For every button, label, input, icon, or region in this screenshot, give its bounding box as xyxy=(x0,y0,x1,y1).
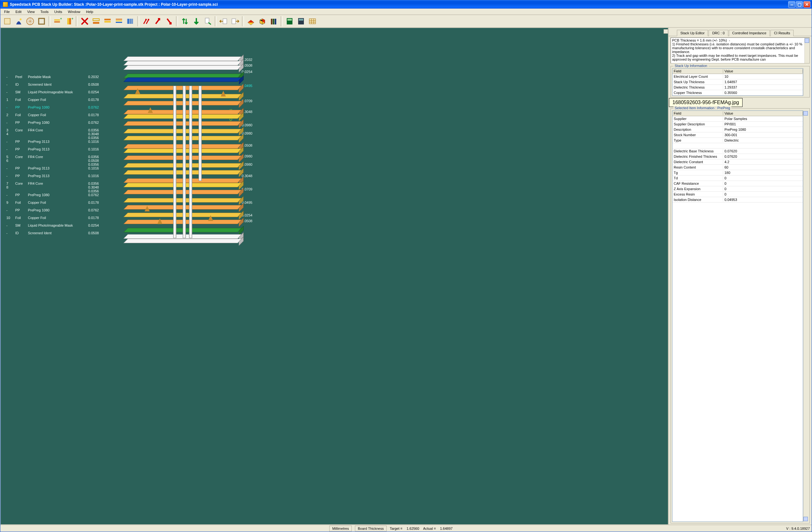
layer-row[interactable]: -IDScreened Ident0.0508 xyxy=(6,231,106,239)
arrow-green-down-icon[interactable] xyxy=(191,16,201,26)
layer-row[interactable]: 7 8CoreFR4 Core0.0356 0.3048 0.0356 xyxy=(6,182,106,193)
arrow-red-down-icon[interactable] xyxy=(164,16,174,26)
status-units[interactable]: Millimetres xyxy=(329,526,352,531)
books-icon[interactable] xyxy=(269,16,279,26)
notes-scrollbar[interactable] xyxy=(804,38,810,63)
menu-file[interactable]: File xyxy=(2,10,12,14)
stack-3d-view[interactable] xyxy=(126,56,258,282)
grid-row[interactable]: Supplier DescriptionPP/001 xyxy=(672,122,803,127)
stack-info-grid[interactable]: FieldValueElectrical Layer Count10Stack … xyxy=(672,68,803,96)
close-button[interactable]: ✕ xyxy=(803,1,810,8)
layer-thickness: 0.0356 0.3048 0.0356 xyxy=(88,128,106,140)
frame-icon[interactable] xyxy=(37,16,47,26)
scroll-down-arrow-icon[interactable] xyxy=(803,517,808,521)
row-top-icon[interactable] xyxy=(102,16,113,26)
grid-field: Stock Number xyxy=(672,133,723,137)
menu-tools[interactable]: Tools xyxy=(38,10,51,14)
layer-index: - xyxy=(6,121,15,124)
layer-row[interactable]: -PPPrePreg 10800.0762 xyxy=(6,121,106,128)
grid-row[interactable]: Dielectric Base Thickness0.07620 xyxy=(672,149,803,154)
stack-canvas[interactable]: -PeelPeelable Mask0.2032-IDScreened Iden… xyxy=(1,28,668,524)
menu-edit[interactable]: Edit xyxy=(13,10,24,14)
menu-units[interactable]: Units xyxy=(52,10,65,14)
tab-ci-results[interactable]: CI Results xyxy=(770,30,794,36)
file-new-icon[interactable] xyxy=(2,16,12,26)
doc-arrow-icon[interactable] xyxy=(203,16,213,26)
grid-row[interactable] xyxy=(672,143,803,149)
grid-row[interactable]: Electrical Layer Count10 xyxy=(672,74,803,79)
calc-dark-icon[interactable] xyxy=(296,16,306,26)
layer-row[interactable]: -IDScreened Ident0.0508 xyxy=(6,83,106,90)
arrows-green-updown-icon[interactable] xyxy=(180,16,190,26)
grid-row[interactable]: Isolation Distance0.04953 xyxy=(672,197,803,202)
grid-row[interactable]: Z Axis Expansion0 xyxy=(672,186,803,192)
grid-row[interactable]: Copper Thickness0.35560 xyxy=(672,90,803,96)
cube-color-icon[interactable] xyxy=(257,16,267,26)
notes-textbox[interactable]: PCB Thickness = 1.6 mm (+/- 10%) - 1) Fi… xyxy=(670,38,810,64)
layer-row[interactable]: 5 6CoreFR4 Core0.0356 0.0508 0.0356 xyxy=(6,155,106,166)
copy-right-icon[interactable] xyxy=(230,16,240,26)
grid-row[interactable]: Resin Content60 xyxy=(672,165,803,170)
layer-row[interactable]: -PPPrePreg 10800.0762 xyxy=(6,193,106,201)
calc-green-icon[interactable] xyxy=(285,16,295,26)
grid-row[interactable]: Stack Up Thickness1.64897 xyxy=(672,79,803,85)
layer-row[interactable]: -PPPrePreg 31130.1016 xyxy=(6,166,106,174)
layer-row[interactable]: -PPPrePreg 31130.1016 xyxy=(6,147,106,155)
grid-row[interactable]: Stock Number300-001 xyxy=(672,132,803,138)
maximize-button[interactable]: ▢ xyxy=(796,1,803,8)
grid-row[interactable]: Td0 xyxy=(672,176,803,181)
column-add-icon[interactable]: + xyxy=(64,16,74,26)
scroll-thumb-up-icon[interactable] xyxy=(805,38,809,43)
grid-value: 0 xyxy=(723,192,803,196)
copy-left-icon[interactable] xyxy=(219,16,229,26)
titlebar[interactable]: Speedstack PCB Stack Up Builder: Stack :… xyxy=(0,0,812,9)
menu-window[interactable]: Window xyxy=(66,10,83,14)
layer-row[interactable]: -SMLiquid PhotoImageable Mask0.0254 xyxy=(6,90,106,98)
selected-info-scrollbar[interactable] xyxy=(803,110,808,522)
tab-controlled-impedance[interactable]: Controlled Impedance xyxy=(729,30,770,36)
rows-stack-icon[interactable] xyxy=(114,16,124,26)
grid-row[interactable]: SupplierPolar Samples xyxy=(672,116,803,122)
tab-drc-0[interactable]: DRC : 0 xyxy=(709,30,728,36)
layer-row[interactable]: 9FoilCopper Foil0.0178 xyxy=(6,201,106,208)
layer-row[interactable]: 2FoilCopper Foil0.0178 xyxy=(6,113,106,121)
wizard-icon[interactable] xyxy=(14,16,24,26)
table-icon[interactable] xyxy=(307,16,318,26)
barcode-icon[interactable] xyxy=(125,16,135,26)
selected-info-grid[interactable]: FieldValueSupplierPolar SamplesSupplier … xyxy=(672,110,803,522)
layer-row[interactable]: -PPPrePreg 10800.0762 xyxy=(6,208,106,216)
scroll-up-arrow-icon[interactable] xyxy=(803,111,808,115)
grid-row[interactable]: Tg180 xyxy=(672,170,803,176)
layer-row[interactable]: 1FoilCopper Foil0.0178 xyxy=(6,98,106,106)
minimize-button[interactable]: ‒ xyxy=(788,1,795,8)
arrows-red-diag-icon[interactable] xyxy=(141,16,151,26)
layer-row[interactable]: -SMLiquid PhotoImageable Mask0.0254 xyxy=(6,223,106,231)
layer-row[interactable]: 10FoilCopper Foil0.0178 xyxy=(6,216,106,223)
arrow-red-up-icon[interactable] xyxy=(153,16,163,26)
plane-color-icon[interactable] xyxy=(246,16,256,26)
menu-view[interactable]: View xyxy=(25,10,38,14)
grid-row[interactable]: DescriptionPrePreg 1080 xyxy=(672,127,803,132)
menu-help[interactable]: Help xyxy=(84,10,96,14)
layer-row[interactable]: -PPPrePreg 31130.1016 xyxy=(6,140,106,147)
grid-row[interactable]: TypeDielectric xyxy=(672,138,803,143)
layer-row[interactable]: -PPPrePreg 31130.1016 xyxy=(6,174,106,182)
layer-category: PP xyxy=(15,121,28,124)
panel-collapse-button[interactable] xyxy=(664,29,668,34)
stack-info-scrollbar[interactable] xyxy=(803,68,808,96)
layer-row[interactable]: 3 4CoreFR4 Core0.0356 0.3048 0.0356 xyxy=(6,128,106,140)
layers-add-icon[interactable]: + xyxy=(52,16,62,26)
grid-row[interactable]: Dielectric Thickness1.29337 xyxy=(672,85,803,90)
vitruvian-icon[interactable] xyxy=(25,16,35,26)
layer-description: Copper Foil xyxy=(28,216,88,220)
tab-stack-up-editor[interactable]: Stack Up Editor xyxy=(677,30,708,36)
grid-row[interactable]: Dielectric Finished Thicknes0.07620 xyxy=(672,154,803,159)
layer-row[interactable]: -PPPrePreg 10800.0762 xyxy=(6,106,106,113)
grid-row[interactable]: Dielectric Constant4.2 xyxy=(672,159,803,165)
cross-red-icon[interactable] xyxy=(79,16,90,26)
row-insert-icon[interactable] xyxy=(91,16,101,26)
grid-row[interactable]: Excess Resin0 xyxy=(672,192,803,197)
layer-description: Copper Foil xyxy=(28,113,88,117)
layer-row[interactable]: -PeelPeelable Mask0.2032 xyxy=(6,75,106,83)
grid-row[interactable]: CAF Resistance0 xyxy=(672,181,803,186)
